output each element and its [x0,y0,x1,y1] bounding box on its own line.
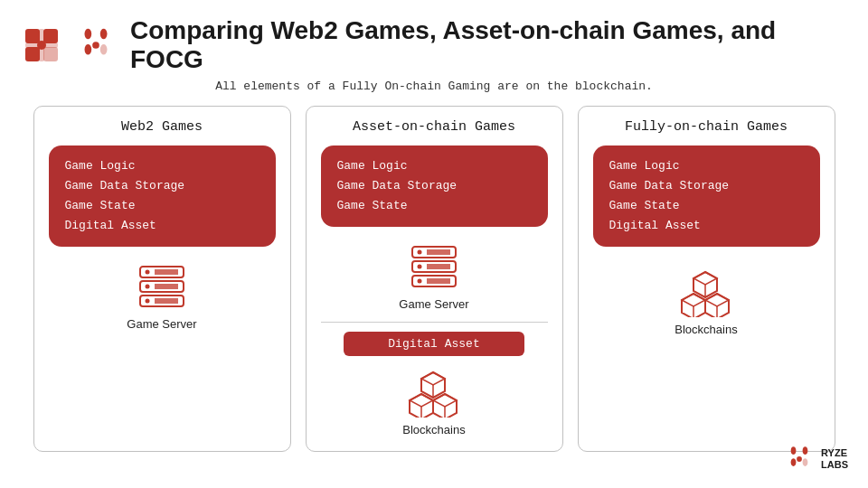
asset-item-2: Game Data Storage [337,176,532,196]
focg-blockchain-label: Blockchains [675,323,737,336]
svg-point-7 [92,42,99,49]
svg-point-56 [797,456,802,462]
asset-item-1: Game Logic [337,156,532,176]
svg-point-24 [418,250,422,255]
web2-column: Web2 Games Game Logic Game Data Storage … [33,106,291,452]
asset-blockchain-icon [406,369,462,418]
web2-server-icon [133,263,191,312]
web2-server-wrap: Game Server [127,263,196,331]
svg-rect-1 [43,29,58,43]
subtitle: All elements of a Fully On-chain Gaming … [0,80,868,93]
svg-point-14 [146,285,150,289]
columns-container: Web2 Games Game Logic Game Data Storage … [0,106,868,452]
web2-item-2: Game Data Storage [65,176,259,196]
page-title: Comparing Web2 Games, Asset-on-chain Gam… [130,16,846,74]
ryze-line1: RYZE [821,447,848,459]
web2-item-3: Game State [65,196,259,216]
asset-server-label: Game Server [399,297,468,311]
focg-red-box: Game Logic Game Data Storage Game State … [593,145,820,247]
asset-title: Asset-on-chain Games [353,119,515,135]
ryze-icon [783,443,816,475]
focg-item-3: Game State [609,196,804,216]
svg-point-9 [146,270,150,275]
svg-marker-45 [421,372,445,385]
asset-red-box: Game Logic Game Data Storage Game State [321,145,548,227]
focg-item-4: Digital Asset [609,216,804,236]
focg-item-1: Game Logic [609,156,804,176]
svg-rect-3 [43,47,58,61]
asset-server-wrap: Game Server [399,243,468,311]
svg-rect-2 [25,47,40,61]
web2-red-box: Game Logic Game Data Storage Game State … [49,145,276,247]
asset-column: Asset-on-chain Games Game Logic Game Dat… [306,106,563,452]
focg-column: Fully-on-chain Games Game Logic Game Dat… [578,106,835,452]
focg-title: Fully-on-chain Games [625,119,788,135]
focg-item-2: Game Data Storage [609,176,804,196]
focg-blockchain-wrap: Blockchains [675,268,737,336]
focg-blockchain-icon [678,268,734,317]
svg-point-29 [418,265,422,269]
web2-item-4: Digital Asset [65,216,259,236]
web2-title: Web2 Games [121,119,203,135]
brand-icon [74,23,118,67]
web2-server-label: Game Server [127,317,196,331]
asset-digital-asset-btn: Digital Asset [344,332,525,356]
ryze-labs-logo: RYZE LABS [783,443,848,475]
header: Comparing Web2 Games, Asset-on-chain Gam… [0,0,868,80]
svg-point-34 [418,279,422,284]
svg-marker-54 [693,272,717,285]
ryze-logo-header-icon [22,25,61,65]
ryze-line2: LABS [821,459,848,471]
ryze-labs-text: RYZE LABS [821,447,848,471]
svg-point-19 [146,299,150,304]
asset-blockchain-label: Blockchains [402,423,465,436]
asset-blockchain-wrap: Blockchains [402,369,465,436]
web2-item-1: Game Logic [65,156,259,176]
asset-item-3: Game State [337,196,532,216]
asset-divider [321,322,548,323]
asset-server-icon [405,243,463,292]
